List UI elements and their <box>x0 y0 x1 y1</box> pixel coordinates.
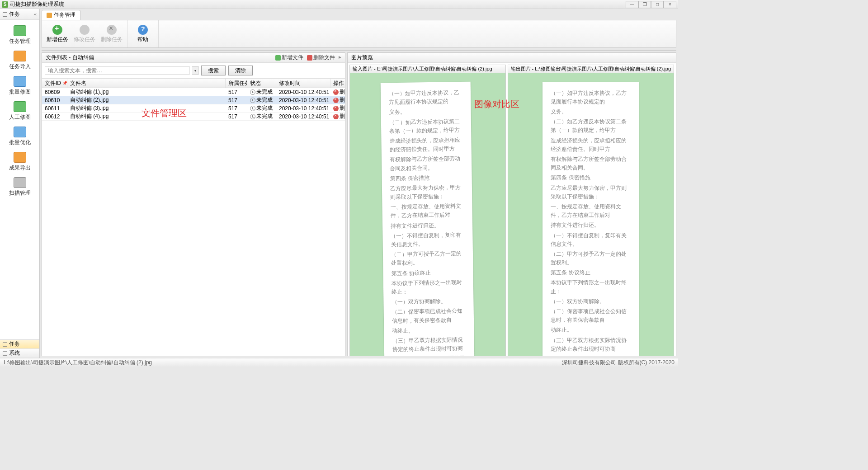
file-delete-button[interactable]: 删除 <box>333 113 345 120</box>
file-time: 2020-03-10 12:40:51 <box>276 89 330 95</box>
app-icon: S <box>2 1 8 8</box>
file-delete-button[interactable]: 删除 <box>333 88 345 96</box>
delete-task-button[interactable]: 删除任务 <box>100 22 123 46</box>
edit-icon <box>80 25 90 35</box>
sidebar-item[interactable]: 任务导入 <box>0 48 39 73</box>
sidebar-item[interactable]: 成果导出 <box>0 149 39 174</box>
add-task-button[interactable]: 新增任务 <box>46 22 69 46</box>
file-id: 60611 <box>42 105 67 112</box>
sidebar-item[interactable]: 批量优化 <box>0 124 39 149</box>
sidebar: 任务 « 任务管理 任务导入 批量修图 人工修图 批量优化 成果导出 扫描管理 … <box>0 9 40 358</box>
file-id: 60612 <box>42 113 67 120</box>
checkbox-icon[interactable] <box>3 12 7 17</box>
sidebar-foot-label: 系统 <box>9 349 20 357</box>
maximize-button[interactable]: □ <box>651 1 664 8</box>
file-delete-button[interactable]: 删除 <box>333 96 345 104</box>
sidebar-header-label: 任务 <box>9 10 20 18</box>
ribbon: 新增任务 修改任务 删除任务 帮助 <box>42 20 676 48</box>
title-bar: S 司捷扫描影像处理系统 — ❐ □ × <box>0 0 678 9</box>
sidebar-item[interactable]: 人工修图 <box>0 99 39 124</box>
preview-input-column: 输入图片 - E:\司捷演示图片\人工修图\自动纠偏\自动纠偏 (2).jpg … <box>349 65 506 356</box>
file-grid-header: 文件ID📌 文件名 所属任务 状态 修改时间 操作 <box>42 78 345 88</box>
remove-icon <box>333 89 339 95</box>
file-search-input[interactable] <box>45 66 189 75</box>
clock-icon <box>250 106 255 111</box>
search-dropdown[interactable]: ▾ <box>192 66 198 75</box>
checkbox-icon <box>3 342 7 347</box>
file-delete-button[interactable]: 删除 <box>333 104 345 112</box>
tab-icon <box>47 13 52 18</box>
minimize-button[interactable]: — <box>626 1 638 8</box>
preview-in-label: 输入图片 - E:\司捷演示图片\人工修图\自动纠偏\自动纠偏 (2).jpg <box>350 65 505 73</box>
preview-in-image[interactable]: （一）如甲方违反本协议，乙方见面履行本协议规定的义务。（二）如乙方违反本协议第二… <box>350 73 505 356</box>
file-id: 60610 <box>42 97 67 103</box>
sidebar-foot-label: 任务 <box>9 340 20 348</box>
file-name: 自动纠偏 (2).jpg <box>67 96 226 104</box>
clock-icon <box>250 114 255 119</box>
tab-task-manage[interactable]: 任务管理 <box>42 10 80 20</box>
file-search-bar: ▾ 搜索 清除 <box>42 63 345 78</box>
status-path: L:\修图输出\司捷演示图片\人工修图\自动纠偏\自动纠偏 (2).jpg <box>4 359 152 367</box>
new-file-button[interactable]: 新增文件 <box>275 54 303 61</box>
file-grid-body[interactable]: 60609 自动纠偏 (1).jpg 517 未完成 2020-03-10 12… <box>42 88 345 356</box>
file-row[interactable]: 60609 自动纠偏 (1).jpg 517 未完成 2020-03-10 12… <box>42 88 345 96</box>
sidebar-item-label: 人工修图 <box>9 113 31 121</box>
file-clear-button[interactable]: 清除 <box>228 66 253 75</box>
task-search-bar: ▾ 搜索 清除 <box>42 50 676 51</box>
file-task: 517 <box>226 113 247 120</box>
chevron-icon[interactable]: ▸ <box>339 54 341 61</box>
tab-strip: 任务管理 <box>40 9 678 20</box>
sidebar-icon <box>14 177 26 188</box>
file-name: 自动纠偏 (1).jpg <box>67 88 226 96</box>
sidebar-icon <box>14 76 26 87</box>
copyright: 深圳司捷科技有限公司 版权所有(C) 2017-2020 <box>562 359 675 367</box>
help-button[interactable]: 帮助 <box>131 22 155 46</box>
pin-icon[interactable]: 📌 <box>62 81 67 85</box>
status-bar: L:\修图输出\司捷演示图片\人工修图\自动纠偏\自动纠偏 (2).jpg 深圳… <box>0 358 678 367</box>
file-status: 未完成 <box>256 88 273 96</box>
file-row[interactable]: 60612 自动纠偏 (4).jpg 517 未完成 2020-03-10 12… <box>42 113 345 121</box>
sidebar-item-label: 任务管理 <box>9 38 31 45</box>
tab-label: 任务管理 <box>54 11 75 19</box>
file-panel-title: 文件列表 - 自动纠偏 <box>46 54 94 61</box>
sidebar-icon <box>14 127 26 137</box>
preview-title: 图片预览 <box>351 54 373 61</box>
preview-output-column: 输出图片 - L:\修图输出\司捷演示图片\人工修图\自动纠偏\自动纠偏 (2)… <box>508 65 674 356</box>
sidebar-icon <box>14 101 26 112</box>
close-button[interactable]: × <box>664 1 676 8</box>
file-status: 未完成 <box>256 113 273 120</box>
file-task: 517 <box>226 105 247 112</box>
sidebar-header: 任务 « <box>0 9 39 20</box>
file-task: 517 <box>226 89 247 95</box>
sidebar-item[interactable]: 任务管理 <box>0 23 39 48</box>
restore-button[interactable]: ❐ <box>638 1 651 8</box>
remove-icon <box>333 106 339 111</box>
file-name: 自动纠偏 (3).jpg <box>67 104 226 112</box>
file-time: 2020-03-10 12:40:51 <box>276 113 330 120</box>
file-row[interactable]: 60610 自动纠偏 (2).jpg 517 未完成 2020-03-10 12… <box>42 96 345 104</box>
sidebar-foot-item[interactable]: 任务 <box>0 340 39 349</box>
edit-task-button[interactable]: 修改任务 <box>73 22 96 46</box>
file-status: 未完成 <box>256 104 273 112</box>
delete-file-button[interactable]: 删除文件 <box>307 54 335 61</box>
file-row[interactable]: 60611 自动纠偏 (3).jpg 517 未完成 2020-03-10 12… <box>42 104 345 113</box>
file-time: 2020-03-10 12:40:51 <box>276 105 330 112</box>
file-panel-header: 文件列表 - 自动纠偏 新增文件 删除文件 ▸ <box>42 53 345 63</box>
file-id: 60609 <box>42 89 67 95</box>
preview-out-image[interactable]: （一）如甲方违反本协议，乙方见面履行本协议规定的义务。（二）如乙方违反本协议第二… <box>508 73 674 356</box>
chevron-left-icon[interactable]: « <box>34 12 37 17</box>
file-search-button[interactable]: 搜索 <box>201 66 226 75</box>
sidebar-item-label: 批量修图 <box>9 88 31 96</box>
file-name: 自动纠偏 (4).jpg <box>67 113 226 120</box>
remove-icon <box>333 98 339 103</box>
sidebar-icon <box>14 25 26 36</box>
plus-icon <box>275 55 281 61</box>
sidebar-item-label: 任务导入 <box>9 63 31 70</box>
sidebar-item[interactable]: 批量修图 <box>0 73 39 99</box>
file-status: 未完成 <box>256 96 273 104</box>
delete-icon <box>307 55 312 61</box>
file-task: 517 <box>226 97 247 103</box>
sidebar-foot-item[interactable]: 系统 <box>0 349 39 358</box>
sidebar-item-label: 批量优化 <box>9 139 31 146</box>
sidebar-item[interactable]: 扫描管理 <box>0 174 39 200</box>
